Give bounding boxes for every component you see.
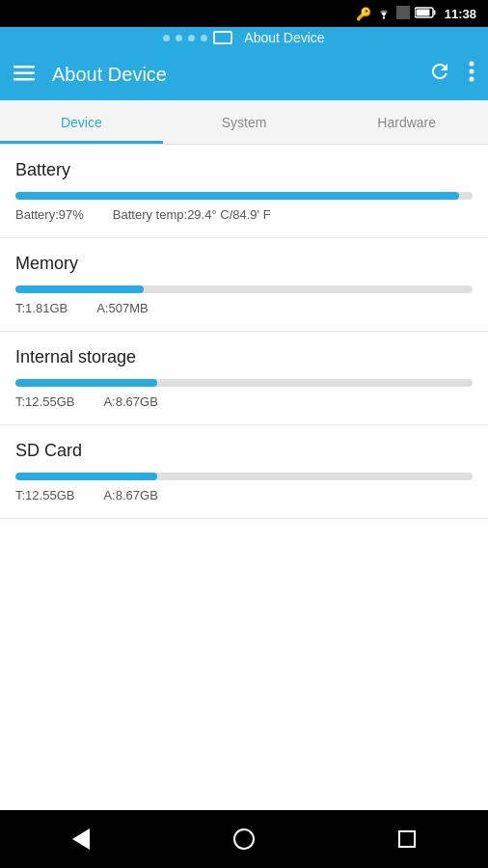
home-icon — [233, 828, 255, 850]
app-bar-title: About Device — [52, 64, 428, 86]
memory-stat-1: T:1.81GB — [15, 301, 68, 315]
svg-rect-1 — [396, 6, 410, 19]
internal-storage-section: Internal storage T:12.55GB A:8.67GB — [0, 332, 488, 425]
back-icon — [72, 828, 90, 850]
battery-stats: Battery:97% Battery temp:29.4° C/84.9' F — [15, 207, 473, 222]
svg-point-0 — [383, 16, 385, 18]
sd-card-progress-bar — [15, 473, 473, 480]
signal-icon — [396, 6, 410, 22]
memory-progress-fill — [15, 285, 144, 293]
tab-hardware[interactable]: Hardware — [325, 100, 488, 144]
back-button[interactable] — [62, 820, 100, 858]
status-time: 11:38 — [445, 7, 476, 21]
sd-card-stat-2: A:8.67GB — [103, 488, 157, 502]
dot-3 — [188, 35, 195, 41]
battery-stat-2: Battery temp:29.4° C/84.9' F — [113, 207, 271, 222]
content-area: Battery Battery:97% Battery temp:29.4° C… — [0, 145, 488, 810]
dots-bar: About Device — [0, 27, 488, 48]
sd-card-section: SD Card T:12.55GB A:8.67GB — [0, 425, 488, 519]
key-icon: 🔑 — [356, 7, 371, 21]
memory-section: Memory T:1.81GB A:507MB — [0, 238, 488, 332]
battery-progress-fill — [15, 192, 459, 200]
menu-icon[interactable] — [14, 64, 35, 86]
recents-button[interactable] — [388, 820, 426, 858]
memory-stats: T:1.81GB A:507MB — [15, 301, 473, 315]
refresh-icon[interactable] — [428, 60, 451, 89]
bottom-nav — [0, 810, 488, 868]
internal-storage-stat-1: T:12.55GB — [15, 394, 74, 409]
svg-rect-6 — [14, 71, 35, 74]
tab-device[interactable]: Device — [0, 100, 163, 144]
internal-storage-title: Internal storage — [15, 347, 473, 367]
battery-section: Battery Battery:97% Battery temp:29.4° C… — [0, 145, 488, 238]
memory-title: Memory — [15, 254, 473, 274]
status-bar: 🔑 11:38 — [0, 0, 488, 27]
svg-point-9 — [470, 69, 474, 74]
wifi-icon — [376, 6, 392, 22]
svg-rect-5 — [14, 66, 35, 68]
app-bar: About Device — [0, 48, 488, 100]
dot-4 — [201, 35, 207, 41]
svg-rect-7 — [14, 78, 35, 81]
dot-1 — [163, 35, 170, 41]
dot-2 — [176, 35, 182, 41]
battery-icon — [415, 7, 436, 21]
dots-title: About Device — [244, 30, 324, 45]
more-icon[interactable] — [469, 61, 474, 88]
sd-card-stats: T:12.55GB A:8.67GB — [15, 488, 473, 502]
internal-storage-stats: T:12.55GB A:8.67GB — [15, 394, 473, 409]
home-button[interactable] — [225, 820, 263, 858]
memory-stat-2: A:507MB — [96, 301, 148, 315]
internal-storage-progress-bar — [15, 379, 473, 387]
battery-stat-1: Battery:97% — [15, 207, 84, 222]
sd-card-progress-fill — [15, 473, 157, 480]
recents-icon — [398, 830, 416, 848]
status-icons: 🔑 11:38 — [356, 6, 476, 22]
memory-progress-bar — [15, 285, 473, 293]
svg-point-10 — [470, 77, 474, 82]
tab-system[interactable]: System — [163, 100, 326, 144]
svg-rect-4 — [433, 10, 435, 14]
sd-card-stat-1: T:12.55GB — [15, 488, 74, 502]
internal-storage-progress-fill — [15, 379, 157, 387]
battery-progress-bar — [15, 192, 473, 200]
svg-rect-3 — [416, 9, 429, 15]
svg-point-8 — [470, 62, 474, 67]
sd-card-title: SD Card — [15, 441, 473, 461]
tabs: Device System Hardware — [0, 100, 488, 145]
battery-title: Battery — [15, 160, 473, 180]
device-icon-small — [213, 31, 232, 44]
internal-storage-stat-2: A:8.67GB — [103, 394, 157, 409]
